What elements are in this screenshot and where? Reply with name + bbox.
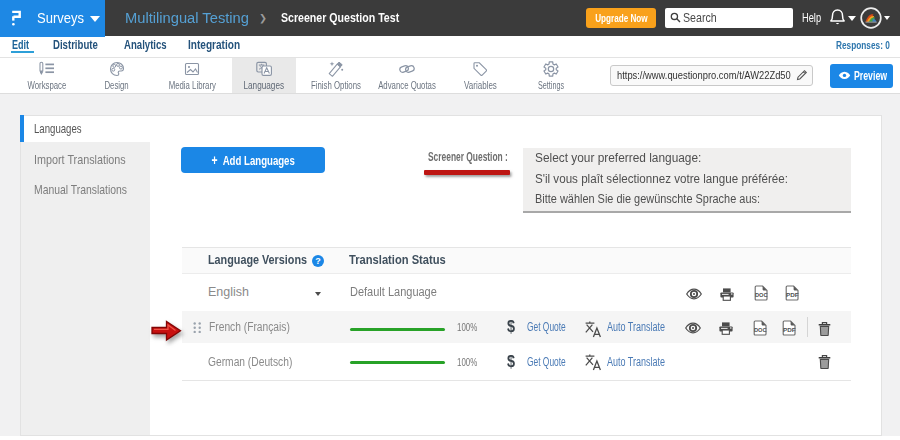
svg-text:PDF: PDF (786, 292, 799, 298)
svg-text:DOC: DOC (754, 327, 767, 333)
svg-text:PDF: PDF (783, 327, 796, 333)
svg-text:DOC: DOC (755, 292, 768, 298)
